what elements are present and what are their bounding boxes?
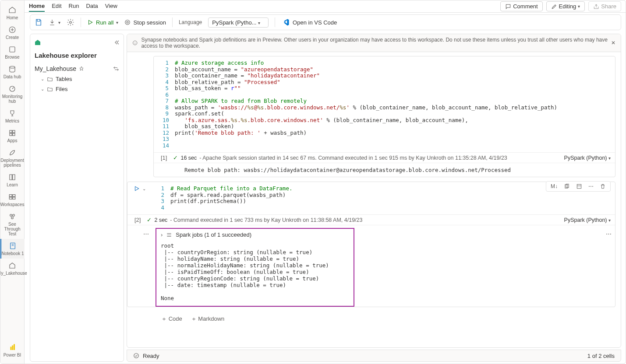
comment-icon	[505, 4, 511, 10]
svg-point-12	[10, 214, 12, 217]
chevron-down-icon[interactable]: ⌄	[142, 186, 146, 191]
status-cells: 1 of 2 cells	[587, 353, 615, 359]
add-markdown-cell-button[interactable]: ＋ Markdown	[191, 315, 225, 323]
plus-circle-icon	[8, 25, 17, 34]
cell-1-language[interactable]: PySpark (Python) ▾	[564, 155, 611, 161]
tab-home[interactable]: Home	[29, 1, 45, 12]
nav-apps[interactable]: Apps	[0, 126, 25, 146]
close-banner-button[interactable]: ✕	[611, 40, 615, 46]
cell-2-code[interactable]: 1# Read Parquet file into a DataFrame. 2…	[149, 182, 615, 214]
ready-icon	[133, 353, 139, 359]
more-cell-actions-button[interactable]: ⋯	[587, 182, 595, 190]
nav-home[interactable]: Home	[0, 3, 25, 23]
apps-icon	[8, 129, 17, 137]
lakehouse-explorer: Lakehouse explorer My_Lakehouse ⌄Tables …	[30, 34, 124, 362]
output-collapse-button[interactable]: ⋯	[143, 231, 149, 237]
lakehouse-name-row[interactable]: My_Lakehouse	[34, 63, 120, 74]
output-more-button[interactable]: ⋯	[606, 231, 612, 237]
tab-view[interactable]: View	[105, 1, 117, 12]
cell-1-code[interactable]: 1# Azure storage access info 2blob_accou…	[154, 56, 615, 152]
nav-browse[interactable]: Browse	[0, 42, 25, 62]
gear-icon	[67, 18, 74, 26]
add-cell-row: ＋ Code ＋ Markdown	[127, 312, 615, 323]
nav-learn[interactable]: Learn	[0, 170, 25, 190]
svg-point-20	[125, 20, 130, 25]
rocket-icon	[8, 148, 17, 157]
svg-rect-6	[10, 133, 12, 136]
editing-button[interactable]: Editing▾	[546, 1, 585, 11]
cell-2-index: [2]	[134, 217, 141, 223]
add-code-cell-button[interactable]: ＋ Code	[161, 315, 182, 323]
runall-button[interactable]: Run all▾	[87, 19, 118, 26]
test-icon	[8, 212, 17, 221]
book-icon	[8, 173, 17, 182]
toolbar: ▾ Run all▾ Stop session Language PySpark…	[30, 14, 621, 30]
settings-button[interactable]	[67, 18, 74, 26]
top-bar: Home Edit Run Data View Comment Editing▾…	[25, 0, 626, 13]
run-cell-button[interactable]: ⌄	[134, 186, 146, 192]
pencil-icon	[551, 4, 557, 10]
open-vscode-button[interactable]: Open in VS Code	[281, 18, 337, 27]
chevron-down-icon: ⌄	[41, 77, 44, 81]
tab-run[interactable]: Run	[69, 1, 79, 12]
play-icon	[87, 19, 93, 25]
spark-jobs-panel: › Spark jobs (1 of 1 succeeded) root |--…	[156, 228, 354, 307]
nav-datahub[interactable]: Data hub	[0, 62, 25, 82]
svg-point-13	[13, 214, 15, 217]
pin-icon[interactable]	[79, 66, 84, 71]
svg-rect-1	[10, 47, 15, 52]
svg-rect-9	[13, 195, 15, 197]
nav-notebook1[interactable]: Notebook 1	[0, 239, 25, 259]
download-button[interactable]: ▾	[49, 19, 60, 26]
cell-1-index: [1]	[161, 154, 167, 161]
svg-point-2	[10, 66, 15, 68]
notebook-icon	[8, 242, 17, 250]
browse-icon	[8, 45, 17, 54]
nav-create[interactable]: Create	[0, 23, 25, 42]
convert-to-markdown-button[interactable]: M↓	[549, 182, 559, 190]
cell-2-output-schema: root |-- countryOrRegion: string (nullab…	[161, 242, 349, 301]
nav-mylakehouse[interactable]: My_Lakehouse	[0, 259, 25, 278]
svg-rect-4	[10, 130, 12, 133]
cell-1: 1# Azure storage access info 2blob_accou…	[153, 56, 615, 177]
swap-icon[interactable]	[113, 66, 119, 72]
tab-edit[interactable]: Edit	[52, 1, 61, 12]
language-select[interactable]: PySpark (Pytho... ▾	[208, 18, 269, 28]
cell-2-language[interactable]: PySpark (Python) ▾	[564, 217, 611, 223]
comment-button[interactable]: Comment	[500, 1, 542, 11]
lakehouse-icon	[34, 38, 42, 46]
share-button[interactable]: Share	[588, 1, 621, 11]
folder-icon	[47, 86, 53, 92]
nav-workspaces[interactable]: Workspaces	[0, 190, 25, 210]
language-label: Language	[179, 19, 202, 25]
svg-rect-5	[13, 130, 15, 133]
nav-seethrough[interactable]: See Through Test	[0, 210, 25, 239]
svg-rect-25	[577, 184, 581, 188]
nav-metrics[interactable]: Metrics	[0, 106, 25, 126]
svg-rect-11	[13, 197, 15, 200]
cell-2: M↓ ⋯ ⌄ 1# Read Parquet file into a DataF…	[127, 182, 615, 307]
save-button[interactable]	[35, 18, 42, 26]
tab-data[interactable]: Data	[86, 1, 98, 12]
status-ready: Ready	[143, 353, 159, 359]
toggle-output-button[interactable]	[574, 182, 584, 190]
svg-rect-7	[13, 133, 15, 136]
info-icon	[132, 40, 138, 46]
chevron-down-icon: ⌄	[41, 87, 44, 91]
collapse-explorer-button[interactable]	[114, 39, 120, 46]
stop-button[interactable]: Stop session	[124, 19, 166, 26]
nav-monitoring[interactable]: Monitoring hub	[0, 82, 25, 106]
vscode-icon	[281, 18, 290, 27]
copy-cell-button[interactable]	[562, 182, 572, 190]
monitor-icon	[8, 84, 17, 93]
chevron-right-icon[interactable]: ›	[161, 231, 163, 238]
nav-powerbi[interactable]: Power BI	[0, 340, 25, 360]
nav-deployment[interactable]: Deployment pipelines	[0, 146, 25, 170]
cell-1-output: Remote blob path: wasbs://holidaydatacon…	[154, 163, 615, 177]
tree-files[interactable]: ⌄Files	[34, 84, 120, 94]
left-rail: Home Create Browse Data hub Monitoring h…	[0, 0, 25, 364]
stop-icon	[124, 19, 131, 25]
save-icon	[35, 18, 42, 26]
tree-tables[interactable]: ⌄Tables	[34, 74, 120, 84]
delete-cell-button[interactable]	[598, 182, 608, 190]
